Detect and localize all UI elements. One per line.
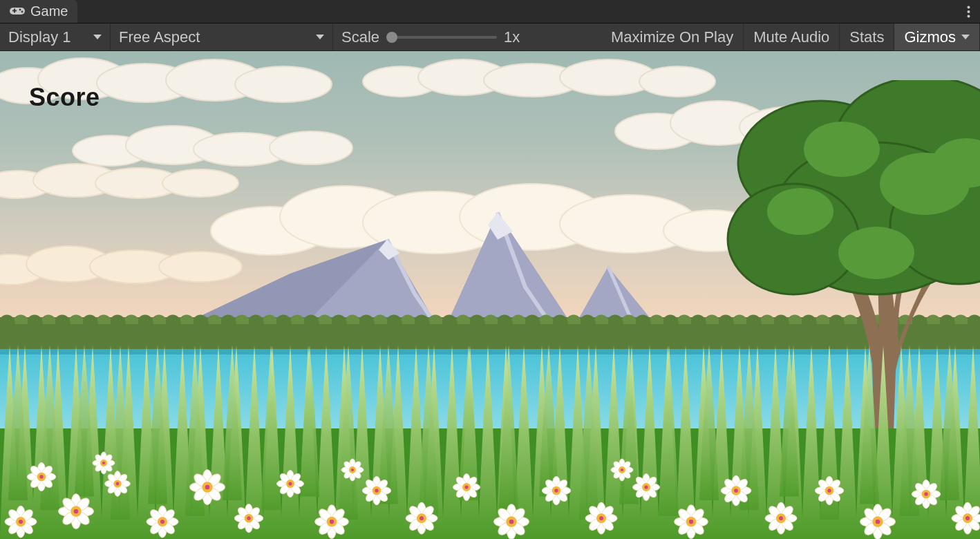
stats-button[interactable]: Stats (840, 23, 894, 50)
chevron-down-icon (93, 35, 102, 39)
mute-label: Mute Audio (753, 28, 829, 46)
svg-point-21 (270, 131, 352, 164)
stats-label: Stats (849, 28, 884, 46)
scale-slider-thumb[interactable] (386, 32, 397, 43)
svg-point-7 (967, 15, 970, 17)
chevron-down-icon (961, 35, 970, 39)
aspect-dropdown[interactable]: Free Aspect (111, 23, 333, 50)
toolbar-spacer (534, 23, 601, 50)
svg-point-49 (804, 122, 880, 177)
mute-audio-button[interactable]: Mute Audio (744, 23, 840, 50)
game-toolbar: Display 1 Free Aspect Scale 1x Maximize … (0, 23, 980, 51)
panel-menu-button[interactable] (957, 0, 980, 23)
svg-point-6 (967, 10, 970, 13)
svg-point-3 (19, 9, 21, 11)
tab-game[interactable]: Game (0, 0, 77, 23)
display-dropdown-label: Display 1 (8, 28, 70, 46)
scale-slider[interactable] (386, 36, 497, 39)
svg-point-5 (967, 6, 970, 8)
svg-rect-2 (14, 9, 15, 13)
tab-label: Game (30, 3, 68, 19)
scale-prefix: Scale (341, 28, 379, 46)
cloud-icon (0, 158, 242, 200)
scene-grass (0, 354, 980, 539)
svg-point-4 (21, 11, 23, 13)
cloud-icon (207, 169, 760, 258)
aspect-dropdown-label: Free Aspect (119, 28, 200, 46)
gizmos-label: Gizmos (904, 28, 956, 46)
tab-strip: Game (0, 0, 980, 23)
gamepad-icon (10, 3, 25, 19)
maximize-on-play-button[interactable]: Maximize On Play (601, 23, 744, 50)
svg-point-51 (838, 227, 914, 279)
game-viewport[interactable]: Score (0, 51, 980, 539)
tab-strip-spacer (77, 0, 957, 23)
score-label: Score (29, 83, 100, 112)
maximize-label: Maximize On Play (611, 28, 733, 46)
scale-control: Scale 1x (333, 23, 534, 50)
svg-point-12 (235, 66, 332, 102)
display-dropdown[interactable]: Display 1 (0, 23, 111, 50)
gizmos-dropdown[interactable]: Gizmos (894, 23, 980, 50)
scale-value: 1x (504, 28, 520, 46)
svg-point-52 (767, 188, 833, 235)
chevron-down-icon (316, 35, 324, 39)
